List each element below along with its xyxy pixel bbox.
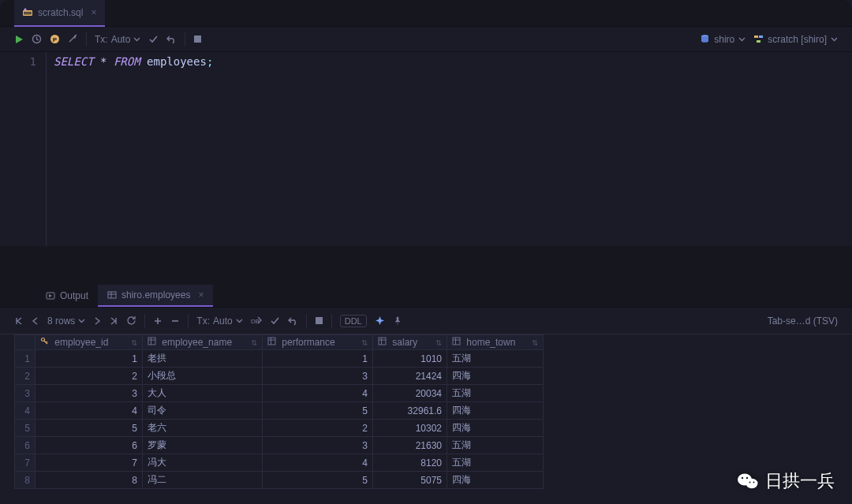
cell-home-town[interactable]: 五湖 [447, 437, 544, 454]
cell-performance[interactable]: 3 [263, 368, 373, 385]
cell-salary[interactable]: 20034 [373, 385, 447, 402]
submit-button[interactable]: DB [251, 315, 262, 326]
cell-performance[interactable]: 5 [263, 402, 373, 420]
cell-employee-name[interactable]: 老六 [143, 420, 263, 437]
cell-employee-name[interactable]: 大人 [143, 385, 263, 402]
result-tx-mode[interactable]: Tx: Auto [196, 315, 242, 327]
prev-page-button[interactable] [32, 316, 39, 326]
remove-row-button[interactable] [170, 316, 180, 326]
commit-button[interactable] [148, 34, 159, 44]
cell-performance[interactable]: 1 [263, 350, 373, 368]
cell-employee-name[interactable]: 罗蒙 [143, 437, 263, 454]
sql-editor[interactable]: 1 SELECT * FROM employees; [0, 52, 852, 246]
chevron-down-icon [738, 35, 746, 43]
table-row[interactable]: 88冯二55075四海 [15, 472, 544, 489]
cell-salary[interactable]: 5075 [373, 472, 447, 489]
output-tab[interactable]: Output [36, 285, 98, 307]
cell-employee-id[interactable]: 7 [36, 454, 143, 472]
cell-home-town[interactable]: 四海 [447, 472, 544, 489]
stop-button[interactable] [193, 35, 202, 43]
history-button[interactable] [32, 34, 42, 44]
cell-employee-id[interactable]: 4 [36, 402, 143, 420]
cell-employee-name[interactable]: 冯二 [143, 472, 263, 489]
cell-employee-id[interactable]: 5 [36, 420, 143, 437]
cell-employee-name[interactable]: 老拱 [143, 350, 263, 368]
cell-employee-name[interactable]: 司令 [143, 402, 263, 420]
cancel-query-button[interactable] [315, 316, 323, 325]
cell-employee-name[interactable]: 冯大 [143, 454, 263, 472]
cell-home-town[interactable]: 五湖 [447, 454, 544, 472]
svg-rect-16 [316, 317, 323, 324]
sql-file-icon [22, 7, 33, 18]
cell-performance[interactable]: 3 [263, 437, 373, 454]
cell-performance[interactable]: 5 [263, 472, 373, 489]
cell-salary[interactable]: 21424 [373, 368, 447, 385]
table-row[interactable]: 33大人420034五湖 [15, 385, 544, 402]
svg-point-7 [74, 35, 76, 37]
cell-salary[interactable]: 21630 [373, 437, 447, 454]
first-page-button[interactable] [14, 316, 24, 326]
pin-button[interactable] [393, 316, 402, 326]
cell-employee-id[interactable]: 8 [36, 472, 143, 489]
run-button[interactable] [14, 35, 24, 44]
datasource-selector[interactable]: shiro [700, 34, 746, 45]
table-row[interactable]: 66罗蒙321630五湖 [15, 437, 544, 454]
result-tab-employees[interactable]: shiro.employees × [98, 285, 213, 307]
cell-home-town[interactable]: 五湖 [447, 385, 544, 402]
cell-home-town[interactable]: 四海 [447, 402, 544, 420]
cell-employee-id[interactable]: 6 [36, 437, 143, 454]
cell-salary[interactable]: 1010 [373, 350, 447, 368]
cell-salary[interactable]: 8120 [373, 454, 447, 472]
svg-rect-14 [108, 292, 116, 298]
ai-assist-button[interactable] [375, 315, 385, 326]
cell-employee-id[interactable]: 1 [36, 350, 143, 368]
row-number: 1 [15, 350, 36, 368]
cell-home-town[interactable]: 四海 [447, 420, 544, 437]
tx-mode-selector[interactable]: Tx: Auto [95, 34, 140, 45]
svg-point-24 [742, 477, 743, 479]
cell-employee-id[interactable]: 3 [36, 385, 143, 402]
close-icon[interactable]: × [91, 6, 97, 18]
cell-performance[interactable]: 4 [263, 454, 373, 472]
reload-button[interactable] [126, 315, 136, 326]
table-row[interactable]: 77冯大48120五湖 [15, 454, 544, 472]
table-row[interactable]: 55老六210302四海 [15, 420, 544, 437]
explain-plan-button[interactable]: P [50, 34, 60, 44]
column-header-performance[interactable]: performance⇅ [263, 335, 373, 350]
commit-result-button[interactable] [270, 315, 280, 326]
close-icon[interactable]: × [198, 289, 204, 301]
rollback-result-button[interactable] [288, 315, 298, 326]
table-row[interactable]: 11老拱11010五湖 [15, 350, 544, 368]
cell-salary[interactable]: 32961.6 [373, 402, 447, 420]
column-header-home_town[interactable]: home_town⇅ [447, 335, 544, 350]
table-row[interactable]: 22小段总321424四海 [15, 368, 544, 385]
svg-rect-8 [194, 35, 201, 43]
data-table[interactable]: employee_id⇅ employee_name⇅ performance⇅… [14, 334, 544, 489]
cell-employee-name[interactable]: 小段总 [143, 368, 263, 385]
svg-rect-12 [757, 40, 760, 43]
settings-button[interactable] [68, 34, 78, 44]
last-page-button[interactable] [109, 316, 118, 326]
cell-performance[interactable]: 4 [263, 385, 373, 402]
chevron-down-icon [78, 317, 85, 324]
next-page-button[interactable] [93, 316, 101, 326]
separator [144, 314, 145, 328]
file-tab-scratch[interactable]: scratch.sql × [14, 0, 105, 27]
export-format-selector[interactable]: Tab-se…d (TSV) [768, 315, 838, 327]
cell-home-town[interactable]: 四海 [447, 368, 544, 385]
column-header-salary[interactable]: salary⇅ [373, 335, 447, 350]
row-count-selector[interactable]: 8 rows [47, 315, 85, 327]
column-header-employee_id[interactable]: employee_id⇅ [36, 335, 143, 350]
add-row-button[interactable] [153, 316, 163, 326]
cell-home-town[interactable]: 五湖 [447, 350, 544, 368]
ddl-button[interactable]: DDL [340, 315, 367, 327]
schema-selector[interactable]: scratch [shiro] [753, 34, 838, 45]
table-row[interactable]: 44司令532961.6四海 [15, 402, 544, 420]
rollback-button[interactable] [166, 34, 177, 44]
cell-salary[interactable]: 10302 [373, 420, 447, 437]
cell-performance[interactable]: 2 [263, 420, 373, 437]
column-header-employee_name[interactable]: employee_name⇅ [143, 335, 263, 350]
panel-divider[interactable] [0, 246, 852, 284]
cell-employee-id[interactable]: 2 [36, 368, 143, 385]
code-line[interactable]: SELECT * FROM employees; [47, 52, 213, 246]
